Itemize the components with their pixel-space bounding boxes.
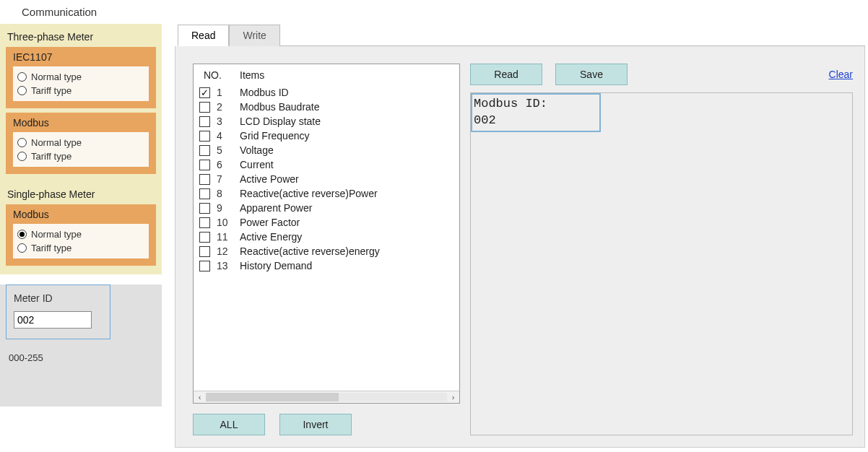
single-phase-modbus-tariff-radio[interactable]: Tariff type xyxy=(17,241,144,255)
item-label: Grid Frequency xyxy=(238,130,459,142)
main-area: Read Write NO. Items ✓1Modbus ID2Modbus … xyxy=(175,24,868,448)
tab-read[interactable]: Read xyxy=(178,25,229,46)
iec1107-tariff-radio[interactable]: Tariff type xyxy=(17,84,144,97)
three-phase-heading: Three-phase Meter xyxy=(6,30,156,47)
list-buttons: ALL Invert xyxy=(193,404,460,435)
list-row: 7Active Power xyxy=(194,172,459,186)
radio-icon xyxy=(17,152,27,161)
three-phase-modbus-label: Modbus xyxy=(13,117,149,132)
scroll-track[interactable] xyxy=(206,393,447,401)
item-checkbox[interactable] xyxy=(199,261,210,271)
all-button[interactable]: ALL xyxy=(193,414,265,435)
sidebar-bottom: Meter ID 000-255 xyxy=(0,284,162,407)
read-button[interactable]: Read xyxy=(470,64,542,85)
item-checkbox[interactable] xyxy=(199,203,210,214)
three-phase-section: Three-phase Meter IEC1107 Normal type Ta… xyxy=(0,24,162,183)
item-number: 3 xyxy=(217,116,238,127)
sidebar: Three-phase Meter IEC1107 Normal type Ta… xyxy=(0,24,162,448)
three-phase-modbus-tariff-radio[interactable]: Tariff type xyxy=(17,149,144,163)
radio-label: Tariff type xyxy=(31,243,71,253)
scroll-thumb[interactable] xyxy=(206,393,339,401)
item-number: 11 xyxy=(217,231,238,243)
horizontal-scrollbar[interactable]: ‹ › xyxy=(194,391,459,403)
iec1107-normal-radio[interactable]: Normal type xyxy=(17,70,144,84)
save-button[interactable]: Save xyxy=(555,64,628,85)
item-number: 5 xyxy=(217,144,238,156)
item-label: Apparent Power xyxy=(238,202,459,214)
iec1107-block: IEC1107 Normal type Tariff type xyxy=(6,47,156,108)
item-label: Power Factor xyxy=(238,217,459,228)
item-number: 7 xyxy=(217,173,238,185)
item-checkbox[interactable] xyxy=(199,188,210,199)
item-list-box: NO. Items ✓1Modbus ID2Modbus Baudrate3LC… xyxy=(193,64,460,404)
result-text: Modbus ID: 002 xyxy=(471,93,601,132)
iec1107-radio-group: Normal type Tariff type xyxy=(13,66,149,101)
list-row: 8Reactive(active reverse)Power xyxy=(194,186,459,201)
item-number: 4 xyxy=(217,130,238,142)
list-row: 11Active Energy xyxy=(194,230,459,244)
item-label: Active Power xyxy=(238,173,459,185)
tab-write[interactable]: Write xyxy=(229,25,279,46)
single-phase-modbus-label: Modbus xyxy=(13,209,149,224)
item-checkbox[interactable] xyxy=(199,102,210,113)
radio-label: Normal type xyxy=(31,71,82,82)
radio-icon xyxy=(17,243,27,253)
item-checkbox[interactable] xyxy=(199,217,210,228)
list-row: 3LCD Display state xyxy=(194,114,459,129)
col-items-header: Items xyxy=(238,69,459,81)
single-phase-heading: Single-phase Meter xyxy=(6,187,156,204)
item-label: History Demand xyxy=(238,260,459,271)
item-number: 10 xyxy=(217,217,238,228)
col-no-header: NO. xyxy=(194,69,238,81)
item-checkbox[interactable] xyxy=(199,160,210,170)
clear-link[interactable]: Clear xyxy=(829,69,853,80)
result-box: Modbus ID: 002 xyxy=(470,92,853,435)
single-phase-section: Single-phase Meter Modbus Normal type Ta… xyxy=(0,183,162,274)
three-phase-modbus-radio-group: Normal type Tariff type xyxy=(13,132,149,167)
item-checkbox[interactable] xyxy=(199,116,210,127)
checkmark-icon: ✓ xyxy=(201,88,209,97)
iec1107-label: IEC1107 xyxy=(13,51,149,66)
list-row: 4Grid Frequency xyxy=(194,129,459,143)
item-checkbox[interactable] xyxy=(199,145,210,156)
page-title: Communication xyxy=(0,0,868,24)
result-panel: Read Save Clear Modbus ID: 002 xyxy=(470,64,853,435)
item-number: 9 xyxy=(217,202,238,214)
result-controls: Read Save Clear xyxy=(470,64,853,92)
radio-label: Normal type xyxy=(31,137,82,148)
item-label: Active Energy xyxy=(238,231,459,243)
list-row: 5Voltage xyxy=(194,143,459,157)
invert-button[interactable]: Invert xyxy=(279,414,352,435)
item-label: Current xyxy=(238,159,459,170)
item-checkbox[interactable] xyxy=(199,131,210,142)
single-phase-modbus-radio-group: Normal type Tariff type xyxy=(13,224,149,258)
meter-id-range: 000-255 xyxy=(0,344,162,363)
list-row: 13History Demand xyxy=(194,258,459,273)
radio-icon xyxy=(17,86,27,95)
three-phase-modbus-normal-radio[interactable]: Normal type xyxy=(17,136,144,149)
item-number: 6 xyxy=(217,159,238,170)
scroll-right-icon[interactable]: › xyxy=(447,392,459,403)
item-list-panel: NO. Items ✓1Modbus ID2Modbus Baudrate3LC… xyxy=(193,64,460,435)
radio-icon xyxy=(17,230,27,239)
meter-id-panel: Meter ID xyxy=(6,284,110,339)
list-header: NO. Items xyxy=(194,64,459,85)
item-number: 8 xyxy=(217,188,238,199)
list-row: 2Modbus Baudrate xyxy=(194,100,459,114)
three-phase-modbus-block: Modbus Normal type Tariff type xyxy=(6,113,156,174)
meter-id-input[interactable] xyxy=(14,311,92,329)
item-checkbox[interactable] xyxy=(199,232,210,243)
item-checkbox[interactable]: ✓ xyxy=(199,87,210,98)
single-phase-modbus-normal-radio[interactable]: Normal type xyxy=(17,227,144,241)
meter-id-label: Meter ID xyxy=(14,292,103,311)
list-row: 6Current xyxy=(194,157,459,172)
single-phase-modbus-block: Modbus Normal type Tariff type xyxy=(6,204,156,266)
radio-label: Normal type xyxy=(31,229,82,240)
scroll-left-icon[interactable]: ‹ xyxy=(194,392,206,403)
item-label: Reactive(active reverse)Power xyxy=(238,188,459,199)
list-body: ✓1Modbus ID2Modbus Baudrate3LCD Display … xyxy=(194,85,459,391)
item-checkbox[interactable] xyxy=(199,246,210,257)
tabs: Read Write xyxy=(178,24,865,46)
list-row: ✓1Modbus ID xyxy=(194,85,459,100)
item-checkbox[interactable] xyxy=(199,174,210,185)
